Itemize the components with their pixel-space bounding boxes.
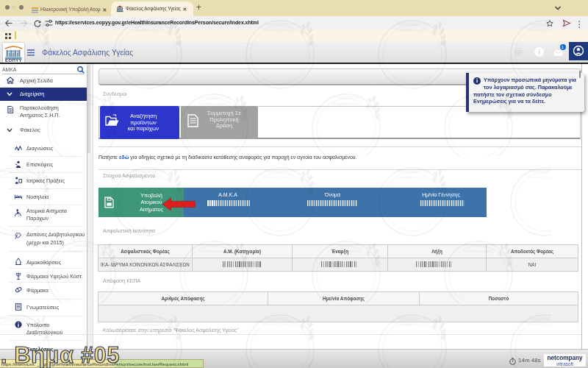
svg-text:ΕΟΠΥΥ: ΕΟΠΥΥ: [5, 58, 22, 63]
svg-text:@: @: [516, 49, 521, 54]
